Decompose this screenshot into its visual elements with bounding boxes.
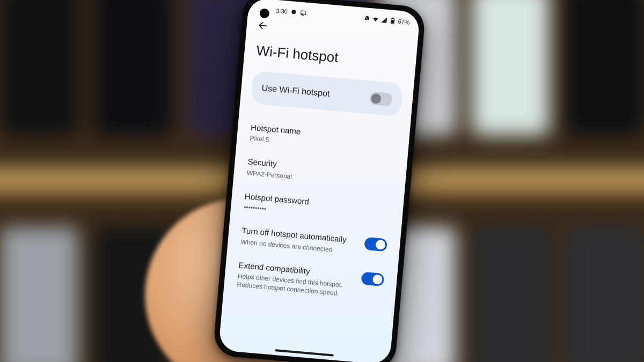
svg-rect-4	[392, 18, 393, 19]
svg-rect-5	[391, 20, 393, 23]
auto-off-toggle[interactable]	[364, 237, 387, 252]
arrow-left-icon	[257, 20, 269, 32]
cast-icon	[300, 10, 307, 17]
extend-compat-toggle[interactable]	[361, 271, 385, 286]
messenger-icon	[290, 9, 297, 16]
status-time: 3:30	[276, 8, 288, 15]
battery-icon	[389, 17, 396, 24]
svg-line-6	[259, 25, 266, 26]
phone-frame: 3:30	[213, 0, 426, 362]
svg-point-0	[291, 10, 296, 14]
svg-rect-1	[301, 11, 306, 15]
phone-screen: 3:30	[218, 0, 420, 362]
use-hotspot-toggle[interactable]	[369, 92, 393, 107]
use-hotspot-label: Use Wi-Fi hotspot	[261, 83, 330, 99]
status-battery-text: 67%	[398, 18, 410, 26]
gesture-nav-pill[interactable]	[275, 349, 334, 357]
dnd-icon	[363, 15, 370, 22]
wifi-icon	[372, 16, 379, 23]
signal-icon	[380, 17, 387, 24]
use-hotspot-row[interactable]: Use Wi-Fi hotspot	[251, 71, 403, 117]
